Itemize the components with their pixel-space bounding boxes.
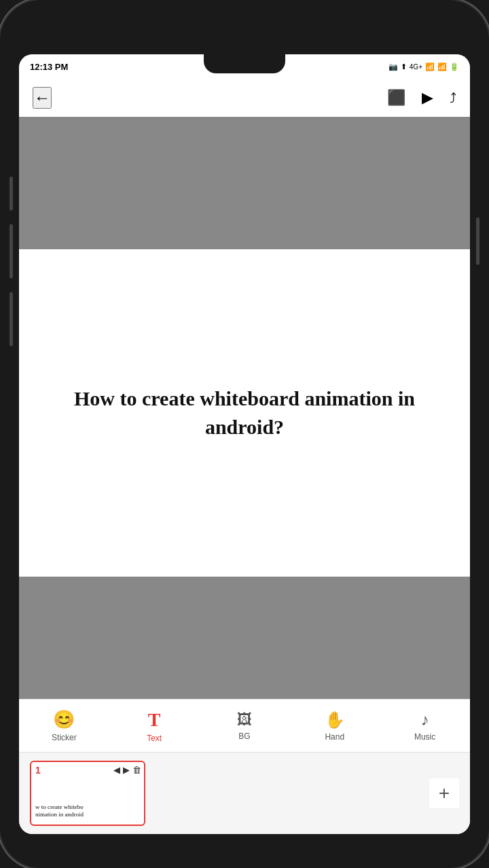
text-icon: T	[148, 709, 161, 731]
play-button[interactable]: ▶	[422, 89, 433, 107]
status-time: 12:13 PM	[30, 62, 68, 72]
slide-thumb-icons: ◀ ▶ 🗑	[113, 765, 141, 775]
delete-icon[interactable]: 🗑	[132, 765, 141, 775]
notification-icon: 📷	[388, 62, 398, 71]
add-slide-button[interactable]: +	[429, 778, 459, 808]
volume-up-button	[10, 177, 13, 211]
toolbar-item-bg[interactable]: 🖼 BG	[224, 711, 265, 741]
share-button[interactable]: ⤴	[450, 90, 456, 106]
top-bar: ← ⬛ ▶ ⤴	[19, 79, 470, 117]
phone-frame: 12:13 PM 📷 ⬆ 4G+ 📶 📶 🔋 ← ⬛ ▶ ⤴	[0, 0, 489, 868]
network-icon: 4G+	[410, 63, 422, 71]
bg-label: BG	[238, 731, 250, 741]
text-label: Text	[147, 734, 162, 743]
top-actions: ⬛ ▶ ⤴	[387, 89, 456, 107]
toolbar-item-sticker[interactable]: 😊 Sticker	[43, 709, 84, 742]
gray-strip-top	[19, 117, 470, 249]
music-label: Music	[414, 732, 435, 742]
silent-button	[10, 292, 13, 346]
slide-number-1: 1	[35, 765, 41, 776]
sticker-icon: 😊	[53, 709, 75, 730]
move-right-icon: ▶	[123, 765, 130, 775]
upload-icon: ⬆	[401, 62, 407, 71]
slide-thumb-text: w to create whitebonimation in android	[35, 803, 140, 819]
phone-screen: 12:13 PM 📷 ⬆ 4G+ 📶 📶 🔋 ← ⬛ ▶ ⤴	[19, 54, 470, 834]
notch	[204, 54, 285, 73]
toolbar-item-hand[interactable]: ✋ Hand	[314, 710, 355, 742]
bottom-toolbar: 😊 Sticker T Text 🖼 BG ✋ Hand ♪ Music	[19, 699, 470, 752]
toolbar-item-text[interactable]: T Text	[134, 709, 175, 743]
hand-label: Hand	[325, 732, 344, 742]
status-icons: 📷 ⬆ 4G+ 📶 📶 🔋	[388, 62, 459, 71]
move-left-icon: ◀	[113, 765, 120, 775]
gray-strip-bottom	[19, 577, 470, 699]
slides-panel: 1 ◀ ▶ 🗑 w to create whitebonimation in a…	[19, 752, 470, 834]
slide-text: How to create whiteboard animation in an…	[33, 384, 456, 441]
save-button[interactable]: ⬛	[387, 89, 405, 107]
toolbar-item-music[interactable]: ♪ Music	[405, 710, 446, 742]
back-button[interactable]: ←	[33, 87, 52, 109]
power-button	[476, 217, 479, 265]
music-icon: ♪	[421, 710, 429, 729]
hand-icon: ✋	[325, 710, 345, 729]
battery-icon: 🔋	[450, 62, 459, 71]
back-icon: ←	[34, 88, 50, 107]
wifi-icon: 📶	[437, 62, 447, 71]
sticker-label: Sticker	[52, 733, 77, 742]
white-slide[interactable]: How to create whiteboard animation in an…	[19, 249, 470, 577]
volume-down-button	[10, 224, 13, 278]
signal-icon: 📶	[425, 62, 435, 71]
canvas-area: How to create whiteboard animation in an…	[19, 117, 470, 699]
bg-icon: 🖼	[237, 711, 252, 729]
slide-thumbnail-1[interactable]: 1 ◀ ▶ 🗑 w to create whitebonimation in a…	[30, 761, 145, 826]
